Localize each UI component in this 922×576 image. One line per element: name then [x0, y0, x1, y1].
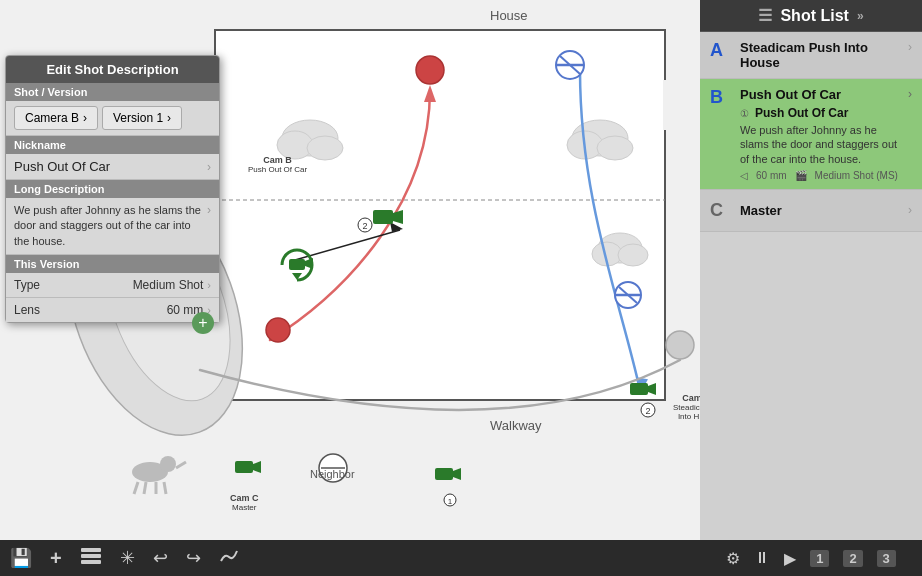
- sidebar-bottom-toolbar: ⚙ ⏸ ▶ 1 2 3: [700, 540, 922, 576]
- camera-button[interactable]: Camera B ›: [14, 106, 98, 130]
- shot-b-meta: ◁ 60 mm 🎬 Medium Shot (MS): [740, 170, 908, 181]
- cam-steadicam-icon: [630, 383, 656, 395]
- svg-point-15: [307, 136, 343, 160]
- sidebar-chevron-icon: »: [857, 9, 864, 23]
- pause-icon[interactable]: ⏸: [754, 549, 770, 567]
- svg-rect-30: [235, 461, 253, 473]
- nickname-header: Nickname: [6, 136, 219, 154]
- type-value: Medium Shot: [133, 278, 204, 292]
- bottom-toolbar: 💾 + ✳ ↩ ↪: [0, 540, 700, 576]
- sidebar: ☰ Shot List » A Steadicam Push Into Hous…: [700, 0, 922, 576]
- svg-point-18: [597, 136, 633, 160]
- type-icon: 🎬: [795, 170, 807, 181]
- undo-icon[interactable]: ↩: [153, 547, 168, 569]
- main-container: 2 1 2: [0, 0, 922, 576]
- long-desc-value: We push after Johnny as he slams the doo…: [14, 203, 203, 249]
- svg-line-11: [164, 482, 166, 494]
- lens-label: Lens: [14, 303, 167, 317]
- svg-point-7: [160, 456, 176, 472]
- shot-b-detail: Push Out Of Car ① Push Out Of Car We pus…: [740, 87, 908, 181]
- version-button[interactable]: Version 1 ›: [102, 106, 182, 130]
- cam-b-icon: [373, 210, 403, 224]
- cam-c-label: Cam C Master: [230, 493, 259, 512]
- svg-rect-26: [373, 210, 393, 224]
- shot-a-title: Steadicam Push Into House: [740, 40, 908, 70]
- lens-value: 60 mm: [756, 170, 787, 181]
- svg-rect-36: [630, 383, 648, 395]
- cam-steadicam-label: Cam Steadicam Into H...: [673, 393, 700, 421]
- this-version-header: This Version: [6, 255, 219, 273]
- shot-c-title: Master: [740, 203, 782, 218]
- add-button[interactable]: +: [192, 312, 214, 334]
- shot-b-subtitle: Push Out Of Car: [755, 106, 848, 120]
- svg-point-43: [416, 56, 444, 84]
- layers-icon[interactable]: [80, 547, 102, 570]
- redo-icon[interactable]: ↪: [186, 547, 201, 569]
- svg-marker-33: [453, 468, 461, 480]
- edit-panel: Edit Shot Description Shot / Version Cam…: [5, 55, 220, 323]
- shot-item-a[interactable]: A Steadicam Push Into House ›: [700, 32, 922, 79]
- svg-point-47: [266, 318, 290, 342]
- shot-a-detail: Steadicam Push Into House: [740, 40, 908, 70]
- shot-a-label: A: [710, 40, 730, 61]
- svg-point-53: [666, 331, 694, 359]
- shot-version-header: Shot / Version: [6, 83, 219, 101]
- lens-icon: ◁: [740, 170, 748, 181]
- save-icon[interactable]: 💾: [10, 547, 32, 569]
- shot-item-c[interactable]: C Master ›: [700, 190, 922, 232]
- cam-b-label: Cam B Push Out Of Car: [248, 155, 307, 174]
- svg-line-8: [134, 482, 138, 494]
- page-2[interactable]: 2: [843, 550, 862, 567]
- svg-line-12: [176, 462, 186, 468]
- svg-point-21: [618, 244, 648, 266]
- dog-icon: [132, 456, 186, 494]
- cam-c-icon: [235, 461, 261, 473]
- sidebar-title: Shot List: [780, 7, 848, 25]
- svg-rect-3: [663, 80, 667, 130]
- house-label: House: [490, 8, 528, 23]
- svg-rect-41: [289, 259, 305, 270]
- sidebar-header: ☰ Shot List »: [700, 0, 922, 32]
- svg-marker-31: [253, 461, 261, 473]
- lens-row[interactable]: Lens 60 mm ›: [6, 298, 219, 322]
- svg-text:2: 2: [362, 221, 367, 231]
- nickname-row[interactable]: Push Out Of Car ›: [6, 154, 219, 180]
- shot-b-description: We push after Johnny as he slams the doo…: [740, 123, 908, 166]
- shot-b-title: Push Out Of Car: [740, 87, 908, 102]
- svg-rect-54: [81, 548, 101, 552]
- svg-text:2: 2: [645, 406, 650, 416]
- nickname-value: Push Out Of Car: [14, 159, 110, 174]
- type-label: Type: [14, 278, 133, 292]
- star-icon[interactable]: ✳: [120, 547, 135, 569]
- page-3[interactable]: 3: [877, 550, 896, 567]
- svg-rect-56: [81, 560, 101, 564]
- shot-item-b[interactable]: B Push Out Of Car ① Push Out Of Car We p…: [700, 79, 922, 190]
- type-value: Medium Shot (MS): [815, 170, 898, 181]
- svg-rect-32: [435, 468, 453, 480]
- svg-line-9: [144, 482, 146, 494]
- add-icon[interactable]: +: [50, 547, 62, 570]
- cam-bottom-icon: [435, 468, 461, 480]
- draw-icon[interactable]: [219, 547, 241, 570]
- shot-b-label: B: [710, 87, 730, 108]
- shot-number-icon: ①: [740, 108, 749, 119]
- neighbor-label: Neighbor: [310, 468, 355, 480]
- edit-panel-title: Edit Shot Description: [6, 56, 219, 83]
- svg-rect-55: [81, 554, 101, 558]
- long-desc-header: Long Description: [6, 180, 219, 198]
- walkway-label: Walkway: [490, 418, 542, 433]
- long-desc-row[interactable]: We push after Johnny as he slams the doo…: [6, 198, 219, 255]
- page-1[interactable]: 1: [810, 550, 829, 567]
- svg-rect-0: [215, 30, 665, 400]
- list-icon: ☰: [758, 6, 772, 25]
- shot-c-label: C: [710, 200, 730, 221]
- camera-version-row: Camera B › Version 1 ›: [6, 101, 219, 136]
- play-icon[interactable]: ▶: [784, 549, 796, 568]
- shot-list: A Steadicam Push Into House › B Push Out…: [700, 32, 922, 540]
- canvas-area: 2 1 2: [0, 0, 700, 576]
- svg-text:1: 1: [448, 497, 453, 506]
- gear-icon[interactable]: ⚙: [726, 549, 740, 568]
- type-row[interactable]: Type Medium Shot ›: [6, 273, 219, 298]
